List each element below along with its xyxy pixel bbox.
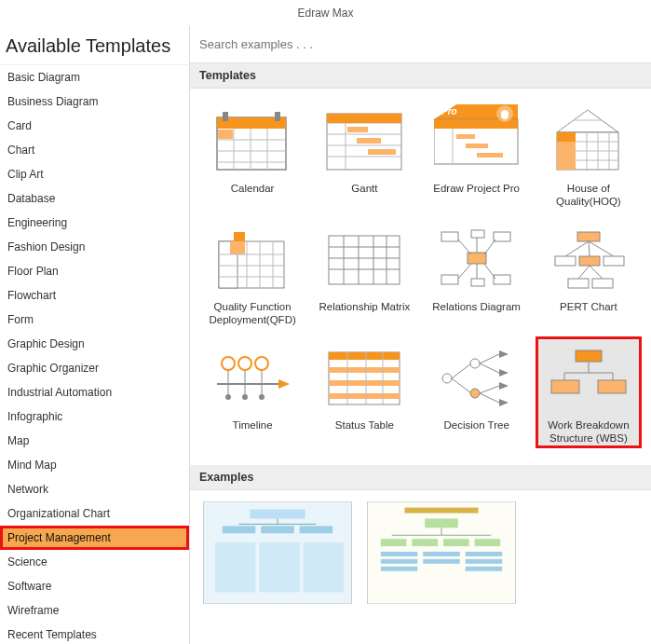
template-label: Timeline xyxy=(233,418,273,445)
sidebar-item[interactable]: Project Management xyxy=(0,526,189,550)
wbs-icon xyxy=(542,340,635,415)
decision-tree-icon xyxy=(430,340,523,415)
template-label: Gantt xyxy=(351,182,377,208)
template-label: Status Table xyxy=(335,418,394,445)
template-item[interactable]: Work Breakdown Structure (WBS) xyxy=(536,336,642,449)
template-item[interactable]: Timeline xyxy=(199,336,305,449)
template-item[interactable]: PERT Chart xyxy=(536,218,642,331)
template-grid: CalendarGanttEdraw Project ProHouse of Q… xyxy=(190,89,651,465)
sidebar-item[interactable]: Chart xyxy=(0,138,189,162)
sidebar-item[interactable]: Floor Plan xyxy=(0,259,189,283)
examples-section-header: Examples xyxy=(190,465,651,490)
sidebar-item[interactable]: Basic Diagram xyxy=(0,65,189,89)
qfd-icon xyxy=(206,222,299,296)
sidebar-item[interactable]: Graphic Organizer xyxy=(0,356,189,380)
template-item[interactable]: Status Table xyxy=(311,336,417,449)
template-item[interactable]: Calendar xyxy=(199,100,305,212)
search-input[interactable] xyxy=(199,37,642,51)
template-item[interactable]: Gantt xyxy=(311,100,417,212)
template-label: Relationship Matrix xyxy=(319,300,410,326)
sidebar-item[interactable]: Business Diagram xyxy=(0,89,189,114)
template-item[interactable]: Decision Tree xyxy=(424,336,530,449)
sidebar-item[interactable]: Engineering xyxy=(0,211,189,235)
content-area: Templates CalendarGanttEdraw Project Pro… xyxy=(190,26,651,644)
sidebar: Available Templates Basic DiagramBusines… xyxy=(0,26,190,644)
template-item[interactable]: Relationship Matrix xyxy=(311,218,417,331)
sidebar-item[interactable]: Clip Art xyxy=(0,162,189,186)
window-title: Edraw Max xyxy=(0,0,651,26)
template-label: Work Breakdown Structure (WBS) xyxy=(537,418,640,445)
sidebar-item[interactable]: Science xyxy=(0,550,189,574)
examples-row xyxy=(190,490,651,615)
example-thumbnail[interactable] xyxy=(367,501,516,604)
template-label: Quality Function Deployment(QFD) xyxy=(201,300,304,327)
project-pro-icon xyxy=(430,103,523,178)
sidebar-item[interactable]: Recent Templates xyxy=(0,623,189,644)
relations-icon xyxy=(430,222,523,296)
sidebar-item[interactable]: Network xyxy=(0,477,189,501)
template-label: House of Quality(HOQ) xyxy=(537,182,640,209)
template-label: Calendar xyxy=(231,182,275,208)
template-label: Relations Diagram xyxy=(432,300,521,326)
timeline-icon xyxy=(206,340,299,415)
sidebar-item[interactable]: Fashion Design xyxy=(0,235,189,259)
sidebar-header: Available Templates xyxy=(0,26,189,64)
sidebar-item[interactable]: Industrial Automation xyxy=(0,380,189,404)
template-item[interactable]: Quality Function Deployment(QFD) xyxy=(199,218,305,331)
sidebar-item[interactable]: Map xyxy=(0,429,189,453)
template-label: Decision Tree xyxy=(443,418,509,445)
sidebar-item[interactable]: Database xyxy=(0,186,189,211)
sidebar-item[interactable]: Wireframe xyxy=(0,598,189,623)
templates-section-header: Templates xyxy=(190,63,651,89)
pert-icon xyxy=(542,222,635,296)
template-label: Edraw Project Pro xyxy=(433,182,520,208)
search-row xyxy=(190,26,651,63)
example-thumbnail[interactable] xyxy=(203,501,352,604)
sidebar-item[interactable]: Graphic Design xyxy=(0,332,189,356)
template-item[interactable]: Relations Diagram xyxy=(424,218,530,331)
status-table-icon xyxy=(318,340,411,415)
hoq-icon xyxy=(542,103,635,178)
sidebar-item[interactable]: Software xyxy=(0,574,189,598)
sidebar-item[interactable]: Mind Map xyxy=(0,453,189,477)
sidebar-item[interactable]: Card xyxy=(0,114,189,138)
template-item[interactable]: House of Quality(HOQ) xyxy=(536,100,642,212)
calendar-icon xyxy=(206,103,299,178)
template-label: PERT Chart xyxy=(560,300,617,326)
sidebar-item[interactable]: Infographic xyxy=(0,404,189,429)
sidebar-item[interactable]: Form xyxy=(0,308,189,332)
sidebar-item[interactable]: Flowchart xyxy=(0,283,189,308)
sidebar-list: Basic DiagramBusiness DiagramCardChartCl… xyxy=(0,64,189,644)
gantt-icon xyxy=(318,103,411,178)
template-item[interactable]: Edraw Project Pro xyxy=(424,100,530,212)
matrix-icon xyxy=(318,222,411,296)
sidebar-item[interactable]: Organizational Chart xyxy=(0,501,189,526)
